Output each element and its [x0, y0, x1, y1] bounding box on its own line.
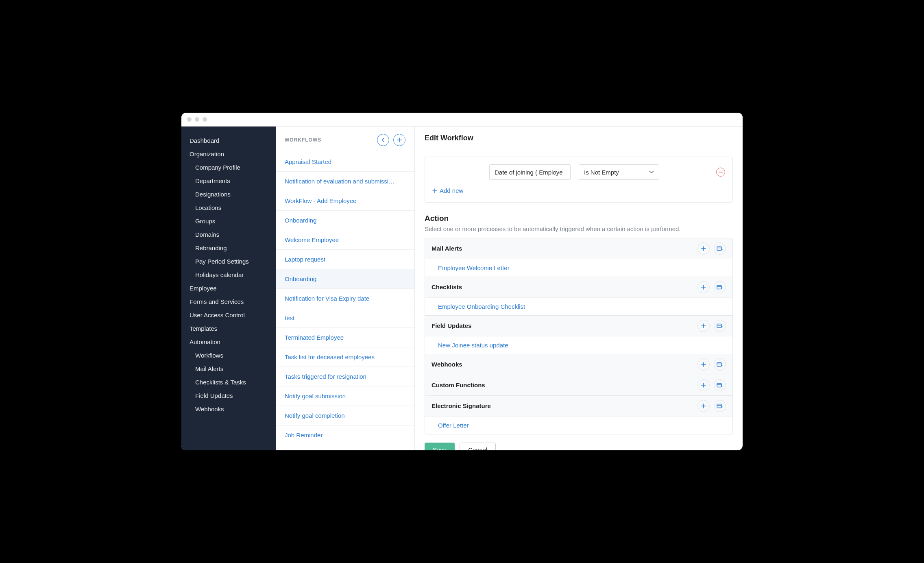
criteria-condition-select[interactable]: Is Not Empty — [579, 164, 659, 180]
action-group-header: Mail Alerts — [425, 238, 732, 259]
window-close-icon[interactable] — [187, 117, 192, 122]
criteria-field-select[interactable]: Date of joining ( Employe — [489, 164, 571, 180]
workflow-item[interactable]: Notification of evaluation and submissi… — [276, 171, 414, 191]
sidebar-item[interactable]: Field Updates — [181, 389, 276, 402]
workflow-item[interactable]: Notify goal completion — [276, 406, 414, 425]
window-maximize-icon[interactable] — [203, 117, 207, 122]
workflow-item[interactable]: Welcome Employee — [276, 230, 414, 249]
workflow-item[interactable]: Onboarding — [276, 210, 414, 230]
add-action-button[interactable] — [697, 358, 710, 371]
associate-icon — [717, 323, 723, 329]
plus-icon — [701, 323, 706, 328]
sidebar-item[interactable]: Templates — [181, 322, 276, 335]
action-item[interactable]: New Joinee status update — [425, 336, 732, 354]
associate-icon — [717, 246, 723, 251]
browser-titlebar — [181, 113, 743, 127]
workflow-item[interactable]: Terminated Employee — [276, 327, 414, 347]
workflow-item[interactable]: Task list for deceased employees — [276, 347, 414, 367]
workflow-item[interactable]: Appraisal Started — [276, 152, 414, 171]
sidebar-item[interactable]: Company Profile — [181, 161, 276, 174]
workflow-item[interactable]: test — [276, 308, 414, 327]
sidebar-item[interactable]: Organization — [181, 147, 276, 161]
action-groups: Mail AlertsEmployee Welcome LetterCheckl… — [425, 238, 733, 434]
app-body: DashboardOrganizationCompany ProfileDepa… — [181, 127, 743, 450]
sidebar-item[interactable]: Automation — [181, 335, 276, 349]
sidebar: DashboardOrganizationCompany ProfileDepa… — [181, 127, 276, 450]
sidebar-item[interactable]: Forms and Services — [181, 295, 276, 308]
associate-action-button[interactable] — [714, 242, 726, 255]
workflow-item[interactable]: Notify goal submission — [276, 386, 414, 406]
editor-panel: Edit Workflow Date of joining ( Employe … — [415, 127, 743, 450]
add-action-button[interactable] — [697, 400, 710, 412]
sidebar-item[interactable]: Workflows — [181, 349, 276, 362]
associate-action-button[interactable] — [714, 379, 726, 391]
add-action-button[interactable] — [697, 320, 710, 332]
plus-icon — [701, 246, 706, 251]
sidebar-item[interactable]: Checklists & Tasks — [181, 375, 276, 389]
minus-icon — [719, 172, 723, 172]
svg-rect-5 — [717, 404, 721, 408]
button-row: Save Cancel — [425, 443, 733, 451]
sidebar-item[interactable]: Departments — [181, 174, 276, 188]
chevron-down-icon — [649, 170, 654, 174]
action-subtext: Select one or more processes to be autom… — [425, 225, 733, 232]
window-minimize-icon[interactable] — [195, 117, 199, 122]
action-item[interactable]: Employee Onboarding Checklist — [425, 297, 732, 315]
plus-icon — [701, 383, 706, 388]
workflow-item[interactable]: WorkFlow - Add Employee — [276, 191, 414, 210]
workflows-header-actions — [377, 134, 405, 146]
remove-criteria-button[interactable] — [716, 168, 725, 177]
plus-icon — [701, 404, 706, 408]
svg-rect-2 — [717, 324, 721, 327]
sidebar-item[interactable]: Rebranding — [181, 241, 276, 255]
plus-icon — [397, 137, 402, 142]
svg-rect-1 — [717, 285, 721, 289]
chevron-left-icon — [381, 138, 385, 142]
cancel-button[interactable]: Cancel — [460, 443, 496, 451]
back-button[interactable] — [377, 134, 389, 146]
svg-rect-4 — [717, 383, 721, 387]
sidebar-item[interactable]: Mail Alerts — [181, 362, 276, 375]
browser-window: DashboardOrganizationCompany ProfileDepa… — [181, 113, 743, 450]
associate-action-button[interactable] — [714, 358, 726, 371]
sidebar-item[interactable]: Holidays calendar — [181, 268, 276, 282]
sidebar-item[interactable]: Designations — [181, 188, 276, 201]
sidebar-item[interactable]: Groups — [181, 214, 276, 228]
sidebar-item[interactable]: Domains — [181, 228, 276, 241]
associate-action-button[interactable] — [714, 281, 726, 293]
action-group-header: Field Updates — [425, 315, 732, 336]
action-item[interactable]: Employee Welcome Letter — [425, 259, 732, 277]
add-workflow-button[interactable] — [393, 134, 405, 146]
action-item[interactable]: Offer Letter — [425, 416, 732, 434]
workflow-item[interactable]: Notification for Visa Expiry date — [276, 288, 414, 308]
sidebar-item[interactable]: Webhooks — [181, 402, 276, 416]
add-action-button[interactable] — [697, 281, 710, 293]
criteria-section: Date of joining ( Employe Is Not Empty A — [425, 157, 733, 203]
sidebar-item[interactable]: Dashboard — [181, 134, 276, 147]
plus-icon — [701, 285, 706, 290]
workflow-item[interactable]: Tasks triggered for resignation — [276, 367, 414, 386]
sidebar-item[interactable]: Employee — [181, 282, 276, 295]
sidebar-item[interactable]: Pay Period Settings — [181, 255, 276, 268]
sidebar-item[interactable]: Locations — [181, 201, 276, 214]
associate-action-button[interactable] — [714, 320, 726, 332]
associate-icon — [717, 362, 723, 367]
associate-action-button[interactable] — [714, 400, 726, 412]
plus-icon — [432, 188, 437, 193]
workflows-list: Appraisal StartedNotification of evaluat… — [276, 152, 414, 450]
sidebar-item[interactable]: User Access Control — [181, 308, 276, 322]
action-group-header: Webhooks — [425, 354, 732, 375]
action-group-header: Custom Functions — [425, 375, 732, 395]
add-action-button[interactable] — [697, 379, 710, 391]
workflow-item[interactable]: Job Reminder — [276, 425, 414, 445]
save-button[interactable]: Save — [425, 443, 455, 451]
add-action-button[interactable] — [697, 242, 710, 255]
workflow-item[interactable]: Onboarding — [276, 269, 414, 288]
associate-icon — [717, 284, 723, 290]
add-criteria-button[interactable]: Add new — [432, 187, 463, 194]
action-group-title: Field Updates — [431, 322, 693, 329]
action-group-title: Electronic Signature — [431, 402, 693, 409]
workflow-item[interactable]: Laptop request — [276, 249, 414, 269]
associate-icon — [717, 382, 723, 388]
criteria-condition-value: Is Not Empty — [584, 169, 619, 176]
